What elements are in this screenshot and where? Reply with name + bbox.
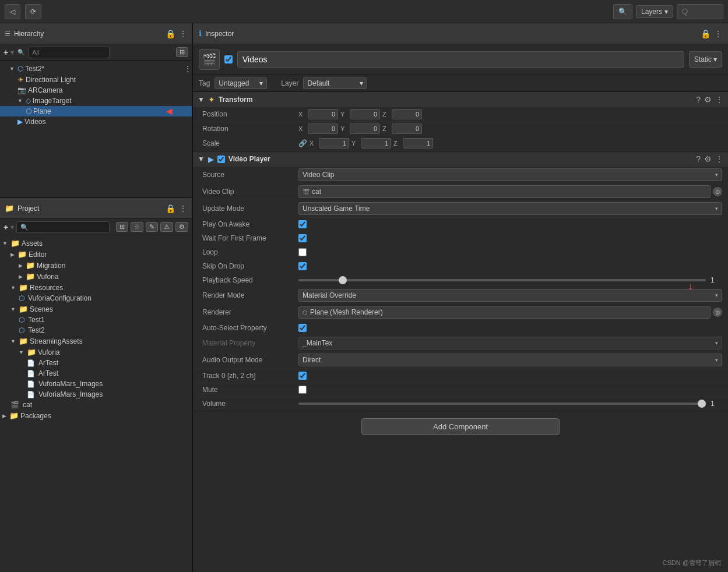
tag-layer-row: Tag Untagged ▾ Layer Default ▾ bbox=[193, 75, 728, 92]
project-icon3[interactable]: ✎ bbox=[146, 222, 158, 232]
renderer-select-btn[interactable]: ⊙ bbox=[713, 308, 722, 317]
project-item-assets[interactable]: ▼ 📁 Assets bbox=[0, 238, 192, 249]
hierarchy-dots-btn[interactable]: ⋮ bbox=[179, 29, 187, 38]
play-on-awake-checkbox[interactable] bbox=[298, 220, 307, 228]
layer-dropdown[interactable]: Default ▾ bbox=[303, 77, 367, 89]
object-icon: 🎬 bbox=[202, 52, 217, 66]
transform-dots-btn[interactable]: ⋮ bbox=[715, 95, 723, 104]
toolbar-search-input[interactable] bbox=[677, 4, 723, 19]
top-toolbar: ◁ ⟳ 🔍 Layers ▾ bbox=[0, 0, 728, 23]
project-lock-btn[interactable]: 🔒 bbox=[166, 204, 175, 213]
project-item-vuforia1[interactable]: ▶ 📁 Vuforia bbox=[0, 271, 192, 282]
audio-output-dropdown[interactable]: Direct ▾ bbox=[298, 354, 722, 366]
mute-checkbox[interactable] bbox=[298, 386, 307, 394]
project-item-artest2[interactable]: 📄 ArTest bbox=[0, 368, 192, 379]
project-toolbar-icons: ⊞ ☆ ✎ ⚠ ⚙ bbox=[116, 222, 188, 232]
vp-enabled-checkbox[interactable] bbox=[217, 156, 225, 163]
playback-speed-slider[interactable] bbox=[298, 279, 706, 281]
tag-dropdown[interactable]: Untagged ▾ bbox=[214, 77, 267, 89]
project-icon2[interactable]: ☆ bbox=[131, 222, 143, 232]
transform-help-btn[interactable]: ? bbox=[696, 95, 701, 104]
project-dots-btn[interactable]: ⋮ bbox=[179, 204, 187, 213]
hierarchy-grid-btn[interactable]: ⊞ bbox=[176, 47, 188, 57]
position-z-input[interactable] bbox=[392, 109, 422, 119]
hierarchy-item-imagetarget[interactable]: ▼ ◇ ImageTarget bbox=[0, 96, 192, 106]
hierarchy-item-plane[interactable]: ⬡ Plane ◄ bbox=[0, 106, 192, 116]
project-item-artest1[interactable]: 📄 ArTest bbox=[0, 358, 192, 368]
project-item-editor[interactable]: ▶ 📁 Editor bbox=[0, 249, 192, 260]
source-dropdown-arrow: ▾ bbox=[715, 172, 718, 178]
skip-on-drop-checkbox[interactable] bbox=[298, 262, 307, 270]
vp-help-btn[interactable]: ? bbox=[696, 154, 701, 164]
project-item-resources[interactable]: ▼ 📁 Resources bbox=[0, 282, 192, 293]
loop-checkbox[interactable] bbox=[298, 248, 307, 256]
video-clip-ref[interactable]: 🎬 cat bbox=[298, 185, 711, 198]
project-icon5[interactable]: ⚙ bbox=[175, 222, 188, 232]
source-dropdown[interactable]: Video Clip ▾ bbox=[298, 168, 722, 181]
volume-slider[interactable] bbox=[298, 402, 706, 405]
project-icon1[interactable]: ⊞ bbox=[116, 222, 128, 232]
hierarchy-search-input[interactable] bbox=[28, 47, 110, 58]
update-mode-dropdown[interactable]: Unscaled Game Time ▾ bbox=[298, 202, 722, 215]
hierarchy-add-btn[interactable]: + bbox=[3, 48, 8, 57]
static-button[interactable]: Static ▾ bbox=[689, 51, 722, 68]
x-label: X bbox=[310, 140, 316, 147]
scale-x-input[interactable] bbox=[319, 138, 349, 149]
project-icon4[interactable]: ⚠ bbox=[160, 222, 173, 232]
transform-settings-btn[interactable]: ⚙ bbox=[704, 95, 712, 104]
render-mode-dropdown[interactable]: Material Override ▾ bbox=[298, 289, 722, 302]
scale-y-input[interactable] bbox=[361, 138, 391, 149]
hierarchy-item-arcamera[interactable]: 📷 ARCamera bbox=[0, 85, 192, 96]
project-item-vuforiamars2[interactable]: 📄 VuforiaMars_Images bbox=[0, 389, 192, 400]
inspector-dots-btn[interactable]: ⋮ bbox=[714, 29, 722, 38]
inspector-header: ℹ Inspector 🔒 ⋮ bbox=[193, 23, 728, 44]
search-button[interactable]: 🔍 bbox=[613, 4, 632, 19]
item-dots-btn[interactable]: ⋮ bbox=[184, 64, 192, 73]
wait-first-frame-checkbox[interactable] bbox=[298, 234, 307, 242]
hierarchy-lock-btn[interactable]: 🔒 bbox=[166, 29, 175, 38]
hierarchy-item-directional-light[interactable]: ☀ Directional Light bbox=[0, 75, 192, 85]
auto-select-checkbox[interactable] bbox=[298, 324, 307, 332]
renderer-ref[interactable]: ⬡ Plane (Mesh Renderer) bbox=[298, 306, 711, 319]
project-add-btn[interactable]: + bbox=[3, 223, 8, 232]
vp-dots-btn[interactable]: ⋮ bbox=[715, 154, 723, 164]
item-label: Packages bbox=[20, 412, 51, 420]
rotation-z-input[interactable] bbox=[392, 123, 422, 134]
layers-dropdown[interactable]: Layers ▾ bbox=[636, 5, 673, 18]
rotation-y-input[interactable] bbox=[350, 123, 380, 134]
scale-z-input[interactable] bbox=[403, 138, 433, 149]
project-item-packages[interactable]: ▶ 📁 Packages bbox=[0, 410, 192, 421]
project-item-test1[interactable]: ⬡ Test1 bbox=[0, 315, 192, 325]
project-item-test2scene[interactable]: ⬡ Test2 bbox=[0, 325, 192, 336]
track0-checkbox[interactable] bbox=[298, 372, 307, 380]
back-button[interactable]: ◁ bbox=[5, 4, 20, 19]
transform-header[interactable]: ▼ ✦ Transform ? ⚙ ⋮ bbox=[193, 92, 728, 107]
video-clip-select-btn[interactable]: ⊙ bbox=[713, 187, 722, 196]
item-label: VuforiaConfiguration bbox=[28, 294, 92, 302]
project-item-vuforiamars1[interactable]: 📄 VuforiaMars_Images bbox=[0, 379, 192, 389]
folder-icon: 📁 bbox=[10, 239, 20, 248]
project-item-cat[interactable]: 🎬 cat bbox=[0, 400, 192, 410]
material-property-dropdown[interactable]: _MainTex ▾ bbox=[298, 337, 722, 349]
position-y-input[interactable] bbox=[350, 109, 380, 119]
object-name-input[interactable] bbox=[237, 51, 684, 68]
inspector-lock-btn[interactable]: 🔒 bbox=[701, 29, 711, 38]
history-button[interactable]: ⟳ bbox=[25, 4, 41, 19]
position-x-input[interactable] bbox=[308, 109, 338, 119]
video-player-component: ▼ ▶ Video Player ? ⚙ ⋮ Source Video bbox=[193, 151, 728, 411]
rotation-x-input[interactable] bbox=[308, 123, 338, 134]
project-item-vuforia2[interactable]: ▼ 📁 Vuforia bbox=[0, 347, 192, 358]
object-enabled-checkbox[interactable] bbox=[224, 55, 233, 63]
project-item-streamingassets[interactable]: ▼ 📁 StreamingAssets bbox=[0, 336, 192, 347]
hierarchy-item-videos[interactable]: ▶ Videos bbox=[0, 116, 192, 127]
video-player-header[interactable]: ▼ ▶ Video Player ? ⚙ ⋮ bbox=[193, 151, 728, 167]
project-item-scenes[interactable]: ▼ 📁 Scenes bbox=[0, 303, 192, 315]
vp-settings-btn[interactable]: ⚙ bbox=[704, 154, 712, 164]
tag-value: Untagged bbox=[219, 79, 249, 87]
project-item-vuforiaconfig[interactable]: ⬡ VuforiaConfiguration bbox=[0, 293, 192, 303]
hierarchy-item-test2[interactable]: ▼ ⬡ Test2* ⋮ bbox=[0, 63, 192, 75]
project-item-migration[interactable]: ▶ 📁 Migration bbox=[0, 260, 192, 271]
add-component-button[interactable]: Add Component bbox=[361, 418, 560, 435]
project-search-input[interactable] bbox=[16, 221, 110, 233]
vp-title: Video Player bbox=[228, 155, 692, 163]
